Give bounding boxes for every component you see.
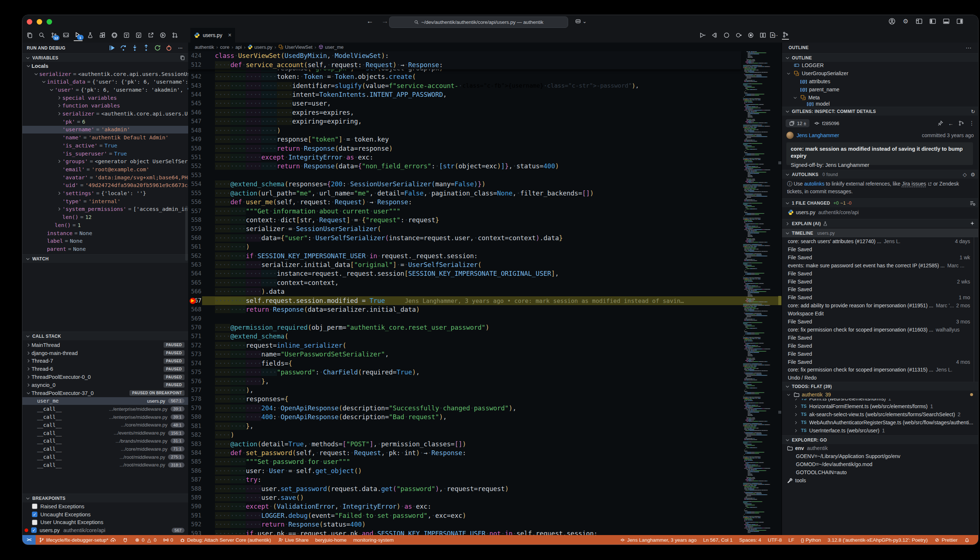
go-env-row[interactable]: envauthentik [782,444,978,452]
code-line[interactable]: 563············serializer.initial_data["… [188,260,782,269]
run-python-file-dropdown[interactable] [699,32,706,38]
split-editor-icon[interactable] [760,32,766,38]
code-line[interactable]: 581········}, [188,422,782,430]
code-line[interactable]: 546····················expires=expires, [188,108,782,117]
activity-run-and-debug-icon[interactable]: 1 [74,29,83,41]
code-line[interactable]: 576············}, [188,377,782,385]
status-debug-console[interactable] [119,535,131,545]
status-host[interactable]: beryjuio-home [312,535,350,545]
debug-step-into-button[interactable] [131,44,138,51]
activity-extensions-icon[interactable] [98,30,107,41]
activity-pull-request-icon[interactable] [170,30,179,41]
files-changed-section-header[interactable]: 1 FILE CHANGED +0~1-0 [782,198,978,207]
status-cursor-position[interactable]: Ln 567, Col 1 [700,535,736,545]
todos-folder-row[interactable]: authentik39 [782,390,978,398]
breadcrumb-item[interactable]: core [220,44,229,50]
variable-row[interactable]: 'type'='internal' [22,197,188,205]
code-line[interactable]: 592············return·Response(status=40… [188,520,782,529]
todo-file-row[interactable]: TSak-search-select-view.ts (web/src/elem… [782,410,978,418]
call-stack-thread-row[interactable]: MainThreadPAUSED [22,341,188,349]
debug-disconnect-button[interactable] [165,44,172,51]
timeline-item[interactable]: File Saved2 wks [782,278,978,286]
status-notifications[interactable] [961,535,973,545]
timeline-item[interactable]: core: add ability to provide reason for … [782,302,978,310]
code-line[interactable]: 577········), [188,386,782,395]
explorer-go-section-header[interactable]: EXPLORER: GO [782,435,978,444]
outline-item[interactable]: Meta [782,93,978,102]
go-env-var[interactable]: GOTOOLCHAIN=auto [782,468,978,477]
code-editor[interactable]: 542················token:·Token·=·Token.… [188,51,782,535]
sparkle-icon[interactable] [969,221,975,227]
gitlens-inspect-icon[interactable] [782,31,789,40]
outline-item[interactable]: [@]parent_name [782,85,978,93]
timeline-item[interactable]: File Saved4 mos [782,358,978,366]
call-stack-frame-row[interactable]: __call__.../events/middleware.py156:1 [22,429,188,437]
activity-run-task-icon[interactable] [158,30,167,41]
variable-row[interactable]: 'pk'=6 [22,118,188,126]
call-stack-thread-row[interactable]: ThreadPoolExecutor-37_0PAUSED ON BREAKPO… [22,389,188,397]
code-line[interactable]: 542················token:·Token·=·Token.… [188,72,782,81]
variable-row[interactable]: 'avatar'='data:image/svg+xml;base64,PHN2… [22,173,188,182]
timeline-item[interactable]: File Saved1 mo [782,293,978,302]
code-line[interactable]: 556····def·user_me(self,·request:·Reques… [188,198,782,207]
activity-yaml-icon[interactable] [122,30,131,41]
variable-row[interactable]: 'system_permissions'=['access_admin_inte… [22,205,188,213]
activity-github-icon[interactable] [110,30,119,41]
code-line[interactable]: 568········return·Response(data=serializ… [188,305,782,314]
variable-row[interactable]: 'is_active'=True [22,142,188,150]
timeline-item[interactable]: core: search users' attributes (#12740) … [782,237,978,245]
outline-section-header[interactable]: OUTLINE [782,53,978,62]
timeline-item[interactable]: events: make sure password set event has… [782,262,978,270]
todo-file-row[interactable]: TSUserInterface.ts (web/src/user)1 [782,427,978,435]
checkbox[interactable] [32,503,37,509]
todos-section-header[interactable]: TODOS: FLAT (39) [782,382,978,390]
code-line[interactable]: 543····················identifier=slugif… [188,81,782,90]
code-line[interactable]: 560············data={"user":·UserSelfSer… [188,233,782,242]
code-line[interactable]: 572········request=inline_serializer( [188,341,782,350]
zoom-window-button[interactable] [47,19,52,25]
breadcrumb[interactable]: authentik›core›api›users.py›UserViewSet›… [188,43,782,51]
code-line[interactable]: 591············LOGGER.debug(event="Faile… [188,511,782,520]
variable-row[interactable]: len()=12 [22,213,188,221]
status-encoding[interactable]: UTF-8 [765,535,785,545]
checkbox[interactable] [32,520,37,525]
timeline-item[interactable]: File Saved [782,334,978,342]
call-stack-frame-row[interactable]: __call__.../enterprise/middleware.py39:1 [22,405,188,413]
list-view-icon[interactable] [969,200,975,206]
toggle-primary-sidebar-icon[interactable] [929,18,937,25]
tab-users-py[interactable]: users.py × [190,28,235,43]
go-env-var[interactable]: GOENV=~/Library/Application Support/go/e… [782,452,978,460]
toggle-panel-icon[interactable] [943,18,950,25]
code-line[interactable]: 544····················intent=TokenInten… [188,90,782,99]
timeline-item[interactable]: File Saved [782,245,978,253]
status-live-share[interactable]: Live Share [274,535,312,545]
todo-file-row[interactable]: TSWebAuthnAuthenticatorRegisterStage.ts … [782,418,978,427]
account-icon[interactable] [888,18,896,25]
more-actions-icon[interactable]: ⋯ [966,44,972,51]
code-line[interactable]: 553 [188,171,782,180]
status-python-interpreter[interactable]: 3.12.8 ('authentik-xEAhpGPh-py3.12': Poe… [824,535,931,545]
call-stack-frame-row[interactable]: __call__.../core/middleware.py48:1 [22,421,188,429]
timeline-item[interactable]: File Saved [782,270,978,278]
variable-row[interactable]: function variables [22,102,188,110]
checkbox[interactable]: ✓ [32,512,37,517]
activity-remote-window-icon[interactable] [62,30,70,41]
call-stack-frame-row[interactable]: user_meusers.py567:1 [22,397,188,405]
gear-icon[interactable]: ⚙ [970,172,975,177]
code-line[interactable]: 580············400:·OpenApiResponse(desc… [188,413,782,422]
debug-step-out-button[interactable] [143,44,150,51]
code-line[interactable]: 550················return·Response(data=… [188,144,782,153]
sidebar-scrollbar[interactable] [185,206,188,261]
variable-row[interactable]: 'name'='authentik Default Admin' [22,133,188,142]
code-line[interactable]: 587········try: [188,475,782,484]
commit-author-link[interactable]: Jens Langhammer [797,132,839,138]
timeline-item[interactable]: File Saved [782,342,978,350]
variable-row[interactable]: serializer=<authentik.core.api.users.Ses… [22,70,188,78]
commit-files-chip[interactable]: 12 ± [786,119,810,127]
code-line[interactable]: 564················instance=request._req… [188,269,782,278]
code-line[interactable]: 512····def·service_account(self,·request… [188,60,741,69]
breakpoint-exception-row[interactable]: Raised Exceptions [22,502,188,510]
timeline-item[interactable]: File Saved [782,350,978,358]
kebab-icon[interactable]: ⋮ [969,120,975,127]
variable-row[interactable]: 'groups'=<generator object UserSelfSeria… [22,157,188,165]
